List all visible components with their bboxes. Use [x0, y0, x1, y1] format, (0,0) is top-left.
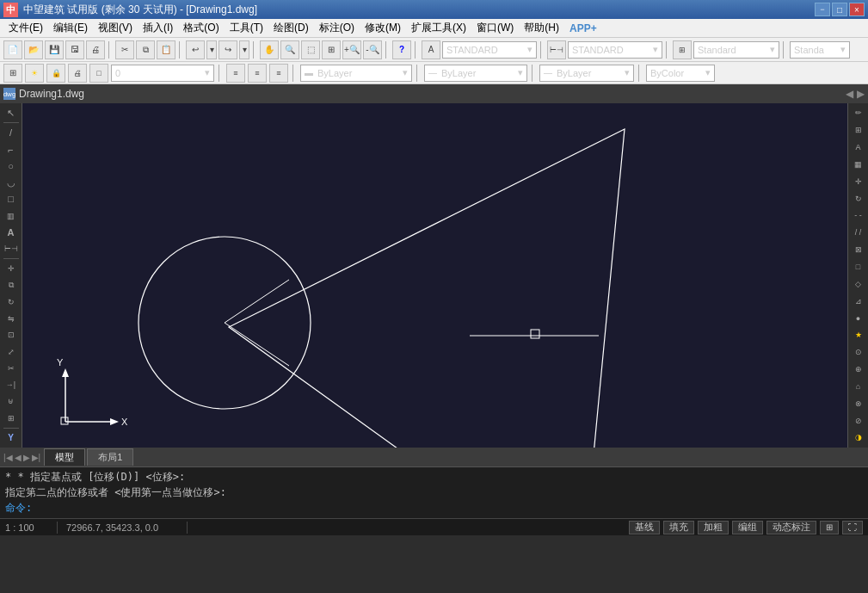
status-fill[interactable]: 填充 — [663, 521, 694, 534]
open-button[interactable]: 📂 — [24, 40, 43, 59]
menu-window[interactable]: 窗口(W) — [471, 19, 519, 37]
layer-btn3[interactable]: 🔒 — [46, 64, 65, 83]
tab-next[interactable]: ▶ — [857, 88, 865, 100]
zoom-out[interactable]: -🔍 — [363, 40, 382, 59]
layer-btn5[interactable]: □ — [89, 64, 108, 83]
menu-help[interactable]: 帮助(H) — [519, 19, 564, 37]
rt-btn-14[interactable]: ★ — [850, 327, 867, 343]
polyline-tool[interactable]: ⌐ — [2, 141, 21, 157]
select-tool[interactable]: ↖ — [2, 105, 21, 120]
offset-tool[interactable]: ⊎ — [2, 393, 21, 409]
bylayer-color-dropdown[interactable]: ▬ ByLayer ▾ — [300, 65, 412, 82]
menu-file[interactable]: 文件(E) — [3, 19, 48, 37]
tab-prev2[interactable]: ◀ — [15, 453, 22, 462]
tab-last[interactable]: ▶| — [32, 453, 41, 462]
undo-dropdown[interactable]: ▾ — [206, 40, 217, 59]
status-baseline[interactable]: 基线 — [629, 521, 660, 534]
menu-dim[interactable]: 标注(O) — [314, 19, 360, 37]
status-extra2[interactable]: ⛶ — [842, 521, 863, 534]
rotate-tool[interactable]: ↻ — [2, 294, 21, 310]
menu-edit[interactable]: 编辑(E) — [48, 19, 93, 37]
undo-button[interactable]: ↩ — [186, 40, 205, 59]
minimize-button[interactable]: － — [815, 3, 830, 16]
circle-tool[interactable]: ○ — [2, 158, 21, 174]
rt-btn-7[interactable]: - - — [850, 207, 867, 224]
print-button[interactable]: 🖨 — [86, 40, 105, 59]
rt-btn-13[interactable]: ● — [850, 310, 867, 326]
tab-prev[interactable]: ◀ — [846, 88, 853, 100]
menu-draw[interactable]: 绘图(D) — [268, 19, 314, 37]
rt-btn-6[interactable]: ↻ — [850, 190, 867, 207]
cut-button[interactable]: ✂ — [115, 40, 134, 59]
status-group[interactable]: 编组 — [732, 521, 763, 534]
text-style-dropdown[interactable]: STANDARD ▾ — [442, 41, 537, 59]
menu-insert[interactable]: 插入(I) — [138, 19, 178, 37]
line-tool[interactable]: / — [2, 125, 21, 140]
canvas-area[interactable]: Y X — [22, 103, 847, 448]
rt-btn-8[interactable]: / / — [850, 225, 867, 241]
tab-first[interactable]: |◀ — [3, 453, 13, 462]
stretch-tool[interactable]: ⤢ — [2, 344, 21, 360]
rt-btn-20[interactable]: ◑ — [850, 429, 867, 446]
redo-dropdown[interactable]: ▾ — [239, 40, 249, 59]
layer-match[interactable]: ≡ — [226, 64, 245, 83]
layer-btn2[interactable]: ☀ — [25, 64, 44, 83]
layer-btn4[interactable]: 🖨 — [68, 64, 87, 83]
extra-style-dropdown[interactable]: Standa ▾ — [790, 41, 850, 59]
rt-btn-10[interactable]: □ — [850, 259, 867, 275]
arc-tool[interactable]: ◡ — [2, 175, 21, 190]
mirror-tool[interactable]: ⇋ — [2, 311, 21, 326]
new-button[interactable]: 📄 — [3, 40, 22, 59]
bylayer-linetype-dropdown[interactable]: — ByLayer ▾ — [424, 65, 527, 82]
table-style-dropdown[interactable]: Standard ▾ — [693, 41, 779, 59]
move-tool[interactable]: ✛ — [2, 261, 21, 276]
rt-btn-16[interactable]: ⊕ — [850, 361, 867, 378]
layer-input[interactable]: 0 ▾ — [111, 65, 214, 82]
rt-btn-15[interactable]: ⊙ — [850, 344, 867, 361]
rt-btn-17[interactable]: ⌂ — [850, 379, 867, 395]
tab-model[interactable]: 模型 — [44, 448, 85, 466]
close-button[interactable]: × — [849, 3, 865, 16]
saveas-button[interactable]: 🖫 — [65, 40, 84, 59]
bycolor-dropdown[interactable]: ByColor ▾ — [646, 65, 715, 82]
menu-modify[interactable]: 修改(M) — [360, 19, 406, 37]
tab-next2[interactable]: ▶ — [23, 453, 30, 462]
redo-button[interactable]: ↪ — [219, 40, 237, 59]
menu-view[interactable]: 视图(V) — [93, 19, 138, 37]
zoom-extents[interactable]: ⊞ — [322, 40, 341, 59]
rt-btn-3[interactable]: A — [850, 139, 867, 156]
copy-tool[interactable]: ⧉ — [2, 277, 21, 293]
array-tool[interactable]: ⊞ — [2, 411, 21, 426]
rt-btn-12[interactable]: ⊿ — [850, 293, 867, 309]
dim-tool[interactable]: ⊢⊣ — [2, 241, 21, 256]
layer-props-button[interactable]: ⊞ — [3, 64, 22, 83]
menu-extend[interactable]: 扩展工具(X) — [406, 19, 471, 37]
zoom-in[interactable]: +🔍 — [342, 40, 361, 59]
rt-btn-19[interactable]: ⊘ — [850, 412, 867, 429]
tab-title[interactable]: Drawing1.dwg — [19, 88, 84, 100]
menu-app[interactable]: APP+ — [564, 21, 602, 36]
trim-tool[interactable]: ✂ — [2, 361, 21, 376]
status-bold[interactable]: 加粗 — [698, 521, 729, 534]
rt-btn-1[interactable]: ✏ — [850, 105, 867, 121]
rect-tool[interactable]: □ — [2, 191, 21, 207]
rt-btn-5[interactable]: ✛ — [850, 173, 867, 189]
help-button[interactable]: ? — [392, 40, 411, 59]
scale-tool[interactable]: ⊡ — [2, 327, 21, 343]
rt-btn-2[interactable]: ⊞ — [850, 122, 867, 139]
save-button[interactable]: 💾 — [45, 40, 64, 59]
rt-btn-18[interactable]: ⊗ — [850, 395, 867, 411]
rt-btn-11[interactable]: ◇ — [850, 275, 867, 292]
bylayer-lineweight-dropdown[interactable]: — ByLayer ▾ — [539, 65, 634, 82]
menu-format[interactable]: 格式(O) — [178, 19, 224, 37]
tab-layout1[interactable]: 布局1 — [87, 448, 133, 466]
copy-button[interactable]: ⧉ — [136, 40, 155, 59]
text-tool[interactable]: A — [2, 225, 21, 240]
maximize-button[interactable]: □ — [832, 3, 847, 16]
rt-btn-4[interactable]: ▦ — [850, 157, 867, 173]
pan-button[interactable]: ✋ — [260, 40, 279, 59]
layer-match3[interactable]: ≡ — [269, 64, 288, 83]
paste-button[interactable]: 📋 — [157, 40, 175, 59]
extend-tool[interactable]: →| — [2, 377, 21, 392]
hatch-tool[interactable]: ▥ — [2, 208, 21, 224]
